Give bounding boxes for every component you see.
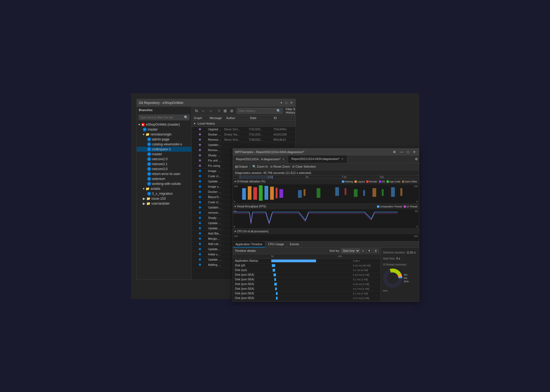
branch-icon-master: ⑂ xyxy=(143,128,147,131)
refresh-button[interactable]: ↻ xyxy=(194,108,199,114)
tree-item-working[interactable]: ⑂ working-with-solutio xyxy=(137,181,191,186)
branch-icon-netcore30: ⑂ xyxy=(147,167,151,171)
chart-ui-thread: ▾ UI thread utilization (%) Parsing Layo… xyxy=(233,179,419,204)
tab-cpu-usage[interactable]: CPU Usage xyxy=(265,241,287,247)
tab-app-timeline[interactable]: Application Timeline xyxy=(233,241,266,247)
commit-message-4: Removed WebUrl from AuthS xyxy=(208,148,224,152)
sel-duration-value: 11.61 s xyxy=(407,251,416,254)
filter-history-container[interactable]: 🔍 xyxy=(237,108,283,114)
commit-message-26: Adding Endpoints with Autho xyxy=(208,263,224,266)
legend-appcode-dot xyxy=(387,181,389,183)
event-row-startup: Application Startup 2.99 s xyxy=(233,259,381,263)
commit-row[interactable]: Updating Blazor Admin (#442) xyxy=(192,142,295,148)
tree-item-return-error[interactable]: ⑂ return-error-to-user- xyxy=(137,171,191,176)
selection-highlight xyxy=(240,176,273,179)
commit-row[interactable]: Upgrade to use Specification 4.0.... ori… xyxy=(192,127,295,132)
ui-ymax-r: 100 xyxy=(414,185,418,188)
branch-button[interactable]: ⑂ xyxy=(217,108,221,114)
ui-ymax: 100 xyxy=(234,185,238,188)
tl-right-panel: Selection duration: 11.61 s Start time: … xyxy=(381,248,419,301)
diag-maximize-button[interactable]: □ xyxy=(406,150,410,154)
tag-button[interactable]: ⊘ xyxy=(229,108,234,114)
commit-message-1: Docker working without Configure Configu… xyxy=(208,133,224,136)
event-name-startup: Application Startup xyxy=(233,259,271,262)
commit-dot-15 xyxy=(199,206,201,208)
commit-dot-18 xyxy=(199,222,201,224)
tl-sort-select[interactable]: Start time Duration Category xyxy=(341,249,360,253)
branch-icon-catalog: ⑂ xyxy=(147,142,151,146)
tl-filter-button[interactable]: ▼ xyxy=(367,249,372,253)
tree-item-remotes-origin[interactable]: ▾ 📁 remotes/origin xyxy=(137,132,191,137)
commit-row[interactable]: Removing AuthService and fixing Dockerfi… xyxy=(192,137,295,142)
maximize-button[interactable]: □ xyxy=(284,101,288,105)
diag-tab-2[interactable]: Report20211014-0434.diagsession* ✕ xyxy=(288,156,347,163)
tab-events[interactable]: Events xyxy=(287,241,302,247)
column-headers: Graph Message Author Date ID xyxy=(192,115,295,121)
fps-ymax-r: 60 xyxy=(415,210,418,213)
tree-item-netcore21[interactable]: ⑂ netcore2.1 xyxy=(137,162,191,167)
clear-selection-button[interactable]: ⊘ Clear Selection xyxy=(292,165,316,168)
tree-item-netcore20[interactable]: ⑂ netcore2.0 xyxy=(137,157,191,162)
json2-bar xyxy=(274,278,276,281)
tree-item-origin-master[interactable]: ⑂ master xyxy=(137,152,191,157)
tl-settings-button[interactable]: ⚙ xyxy=(373,249,378,253)
close-button[interactable]: ✕ xyxy=(289,101,293,105)
minimize-button[interactable]: ▾ xyxy=(280,101,283,105)
json1-bar xyxy=(273,273,276,276)
zoom-in-button[interactable]: 🔍 Zoom In xyxy=(252,165,268,168)
commit-author-2: Steve Smi... xyxy=(224,138,249,141)
tree-item-user-andster[interactable]: ▶ 📁 user/andster xyxy=(137,201,191,206)
tree-item-admin-page[interactable]: ⑂ admin-page xyxy=(137,137,191,142)
legend-ui-dot xyxy=(404,205,406,208)
chart-cpu-title: ▾ CPU (% of all processors) xyxy=(234,230,269,233)
legend-io-label: I/O xyxy=(382,180,385,183)
commit-row[interactable]: Docker working without Configure Configu… xyxy=(192,132,295,137)
tree-item-catalog[interactable]: ⑂ catalog-viewmodel-s xyxy=(137,142,191,147)
sidebar: Branches 🔍 ▾ ◆ eShopOnWeb (master) xyxy=(137,107,192,280)
tree-item-master[interactable]: ⑂ master xyxy=(137,127,191,132)
commit-graph-23 xyxy=(192,248,208,250)
tree-item-codespace1[interactable]: ⑂ codespace-1 xyxy=(137,147,191,152)
commit-id-0: 754c845e xyxy=(273,128,295,131)
tl-sort-label: Sort by: xyxy=(330,249,340,252)
diag-charts: 2.5s 5s 7.5s 10s ▾ UI thread utilization… xyxy=(233,176,419,241)
donut-pct-3: 3% xyxy=(404,273,409,276)
filter-container[interactable]: 🔍 xyxy=(138,114,190,120)
commit-graph-5 xyxy=(192,154,208,156)
tree-item-netcore30[interactable]: ⑂ netcore3.0 xyxy=(137,167,191,171)
filter-history-input[interactable] xyxy=(239,109,277,112)
reset-zoom-button[interactable]: ⊙ Reset Zoom xyxy=(270,165,290,168)
diag-tab-2-close[interactable]: ✕ xyxy=(341,157,344,160)
history-badge-button[interactable]: Filter 9 History xyxy=(284,107,295,115)
tree-item-selenium[interactable]: ⑂ selenium xyxy=(137,176,191,181)
tree-item-ardalis[interactable]: ▾ 📁 ardalis xyxy=(137,186,191,191)
diag-settings-icon[interactable]: ⚙ xyxy=(392,150,397,154)
push-button[interactable]: → xyxy=(208,108,214,114)
diag-tab-1-close[interactable]: ✕ xyxy=(282,158,284,161)
donut-pct-remaining: 66% xyxy=(383,289,417,292)
diag-close-button[interactable]: ✕ xyxy=(412,150,417,154)
commit-dot-21 xyxy=(199,238,201,240)
tree-item-issue153[interactable]: ▶ 📁 issue-153 xyxy=(137,196,191,201)
json3-bar xyxy=(274,283,277,286)
diag-minimize-button[interactable]: — xyxy=(399,150,404,154)
label-user-andster: user/andster xyxy=(152,202,170,205)
event-name-json6: Disk (json:SEA) xyxy=(233,297,271,300)
col-header-author: Author xyxy=(224,116,248,120)
tl-group-button[interactable]: ≡ xyxy=(361,249,365,253)
clear-icon: ⊘ xyxy=(292,165,295,168)
chart-cpu: ▾ CPU (% of all processors) 100 0 100 0 xyxy=(233,229,419,241)
legend-appcode: App Code xyxy=(387,180,400,183)
diag-tab-1[interactable]: Report20211014...4.diagsession* ✕ xyxy=(233,156,288,163)
tree-item-3xmig[interactable]: ⑂ 3_x_migration xyxy=(137,191,191,196)
fetch-button[interactable]: ← xyxy=(200,108,206,114)
tl-ruler: 5s 10s xyxy=(233,254,381,259)
merge-button[interactable]: ⊞ xyxy=(222,108,228,114)
commit-message-5: Shady nagy/remove newton s xyxy=(208,154,224,157)
diag-tab-settings[interactable]: ⚙ xyxy=(414,156,419,163)
tree-item-root[interactable]: ▾ ◆ eShopOnWeb (master) xyxy=(137,122,191,127)
event-detail-json6: 0.11 ms [1 KB] xyxy=(353,297,381,300)
legend-comp-label: Composition Thread xyxy=(380,205,402,208)
output-button[interactable]: ▤ Output xyxy=(235,165,248,168)
branch-filter-input[interactable] xyxy=(140,116,184,119)
